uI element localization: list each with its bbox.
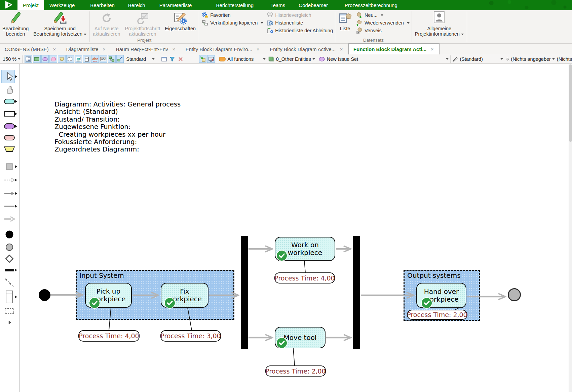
issue-toggle[interactable]: [41, 55, 49, 63]
process-time-label-handover[interactable]: Process Time: 2,00: [407, 310, 467, 320]
projektfortschritt-aktualisieren-button[interactable]: Projektfortschrittaktualisieren: [123, 10, 163, 38]
state-shape-tool[interactable]: [0, 95, 19, 107]
join-bar[interactable]: [353, 236, 360, 349]
menu-item-parameterliste[interactable]: Parameterliste: [154, 0, 197, 10]
issue-shape-tool[interactable]: [0, 120, 19, 132]
pink-node-toggle[interactable]: [49, 55, 57, 63]
allgemeine-projektinformationen-button[interactable]: AllgemeineProjektinformationen: [413, 10, 466, 43]
tab-entity-block-diagram-enviro[interactable]: Entity Block Diagram Enviro...: [181, 44, 265, 54]
scrollbar-thumb[interactable]: [569, 64, 572, 142]
line-tool[interactable]: [0, 200, 19, 212]
eigenschaften-button[interactable]: Eigenschaften: [162, 10, 198, 38]
dashdot-line-tool[interactable]: [0, 277, 19, 289]
process-time-label-pickup[interactable]: Process Time: 4,00: [78, 330, 140, 342]
screen-button[interactable]: [207, 55, 215, 63]
process-time-label-fix[interactable]: Process Time: 3,00: [160, 330, 221, 342]
dropdown-arrow-icon[interactable]: [446, 58, 449, 60]
dropdown-arrow-icon[interactable]: [500, 58, 503, 60]
abbreviation-toggle[interactable]: abc: [100, 55, 107, 63]
dashed-arrow-tool[interactable]: [0, 174, 19, 186]
start-node-tool[interactable]: [0, 228, 19, 241]
menu-item-prozesszeitberechnung[interactable]: Prozesszeitberechnung: [339, 0, 403, 10]
trapezoid-shape-tool[interactable]: [0, 143, 19, 155]
menu-item-codebeamer[interactable]: Codebeamer: [293, 0, 333, 10]
dropdown-arrow-icon[interactable]: [312, 58, 315, 60]
workon-ptime-connector[interactable]: [304, 261, 305, 272]
entity-toggle[interactable]: [33, 55, 41, 63]
pickup-ptime-connector[interactable]: [109, 308, 111, 330]
view-preset-combo[interactable]: (Standard): [452, 55, 499, 63]
gray-square-tool[interactable]: [0, 161, 19, 173]
form-view-button[interactable]: [160, 55, 168, 63]
historienliste-der-ableitung-button[interactable]: Historienliste der Ableitung: [267, 28, 333, 34]
bearbeitung-beenden-button[interactable]: Bearbeitungbeenden: [0, 10, 31, 43]
fork-bar[interactable]: [241, 236, 248, 349]
tab-diagrammliste[interactable]: Diagrammliste: [62, 44, 111, 54]
close-icon[interactable]: [256, 46, 260, 52]
close-icon[interactable]: [102, 46, 107, 52]
function-filter-combo[interactable]: All functions: [219, 55, 262, 63]
process-time-label-movetool[interactable]: Process Time: 2,00: [265, 365, 326, 377]
note-shape-tool[interactable]: [0, 132, 19, 144]
close-icon[interactable]: [52, 46, 57, 52]
flow-arrow-tool[interactable]: [0, 213, 19, 225]
liste-button[interactable]: Liste: [336, 10, 354, 38]
list-view-toggle[interactable]: [25, 55, 32, 63]
end-node-tool[interactable]: [0, 241, 19, 253]
linked-entities-toggle[interactable]: [108, 55, 116, 63]
dashed-rect-toggle[interactable]: [66, 55, 74, 63]
end-node[interactable]: [508, 288, 521, 301]
tab-entity-block-diagram-active[interactable]: Entity Block Diagram Active...: [265, 44, 348, 54]
link-arrow-toggle[interactable]: [116, 55, 124, 63]
close-icon[interactable]: [171, 46, 176, 52]
app-logo-icon[interactable]: [0, 0, 17, 10]
dropdown-arrow-icon[interactable]: [552, 58, 555, 60]
line-style-combo[interactable]: (Nichts: [557, 55, 572, 63]
start-node[interactable]: [39, 289, 50, 301]
menu-item-berichterstellung[interactable]: Berichterstellung: [211, 0, 259, 10]
close-icon[interactable]: [430, 46, 434, 52]
menu-item-teams[interactable]: Teams: [265, 0, 291, 10]
rectangle-shape-tool[interactable]: [0, 108, 19, 120]
auf-neuste-aktualisieren-button[interactable]: Auf Neusteaktualisieren: [90, 10, 122, 38]
menu-item-bearbeiten[interactable]: Bearbeiten: [85, 0, 120, 10]
historievergleich-button[interactable]: Historievergleich: [267, 12, 333, 18]
style-preset-combo[interactable]: Standard: [126, 55, 155, 63]
state-frame-toggle[interactable]: [75, 55, 82, 63]
diagram-canvas[interactable]: Diagramm: Activities: General process An…: [20, 64, 569, 392]
tab-consens-mbse[interactable]: CONSENS (MBSE): [0, 44, 62, 54]
menu-item-werkzeuge[interactable]: Werkzeuge: [44, 0, 80, 10]
text-label-toggle[interactable]: abc: [91, 55, 99, 63]
palette-expand-handle[interactable]: [0, 316, 19, 329]
favoriten-button[interactable]: Favoriten: [202, 12, 263, 18]
neu-button[interactable]: Neu...: [356, 12, 410, 18]
menu-item-bereich[interactable]: Bereich: [123, 0, 151, 10]
selection-rect-tool[interactable]: [0, 305, 19, 317]
arrow-tool[interactable]: [0, 187, 19, 200]
issue-set-combo[interactable]: New Issue Set: [318, 55, 445, 63]
vertical-scrollbar[interactable]: [569, 64, 572, 392]
swimlane-toggle[interactable]: [83, 55, 90, 63]
decision-node-tool[interactable]: [0, 253, 19, 265]
wiederverwenden-button[interactable]: Wiederverwenden: [356, 20, 410, 26]
zoom-level-combo[interactable]: 150 %: [3, 55, 21, 63]
select-tool[interactable]: [0, 71, 19, 83]
clear-filter-button[interactable]: [177, 55, 185, 63]
speichern-und-fortsetzen-button[interactable]: Speichern undBearbeitung fortsetzen: [31, 10, 89, 43]
paste-style-button[interactable]: [199, 55, 207, 63]
frame-shape-tool[interactable]: [0, 291, 19, 303]
trapezoid-toggle[interactable]: [58, 55, 66, 63]
fill-style-combo[interactable]: (Nichts angegeber: [506, 55, 551, 63]
pan-tool[interactable]: [0, 83, 19, 95]
close-icon[interactable]: [339, 46, 344, 52]
dropdown-arrow-icon[interactable]: [263, 58, 266, 60]
fork-bar-tool[interactable]: [0, 264, 19, 276]
process-time-label-workon[interactable]: Process Time: 4,00: [274, 272, 335, 284]
tab-baum-req-fct-ent-env[interactable]: Baum Req-Fct-Ent-Env: [111, 44, 181, 54]
historienliste-button[interactable]: Historienliste: [267, 20, 333, 26]
movetool-ptime-connector[interactable]: [293, 348, 295, 365]
menu-item-projekt[interactable]: Projekt: [17, 0, 44, 10]
fix-ptime-connector[interactable]: [188, 308, 192, 330]
entity-filter-combo[interactable]: 0_Other Entities: [268, 55, 311, 63]
verweis-button[interactable]: Verweis: [356, 28, 410, 34]
